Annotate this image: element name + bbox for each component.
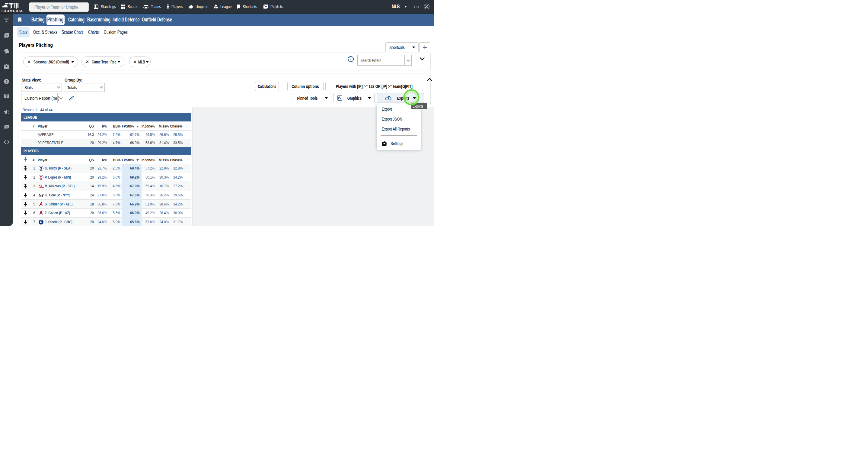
svg-text:?: ? — [5, 80, 7, 83]
